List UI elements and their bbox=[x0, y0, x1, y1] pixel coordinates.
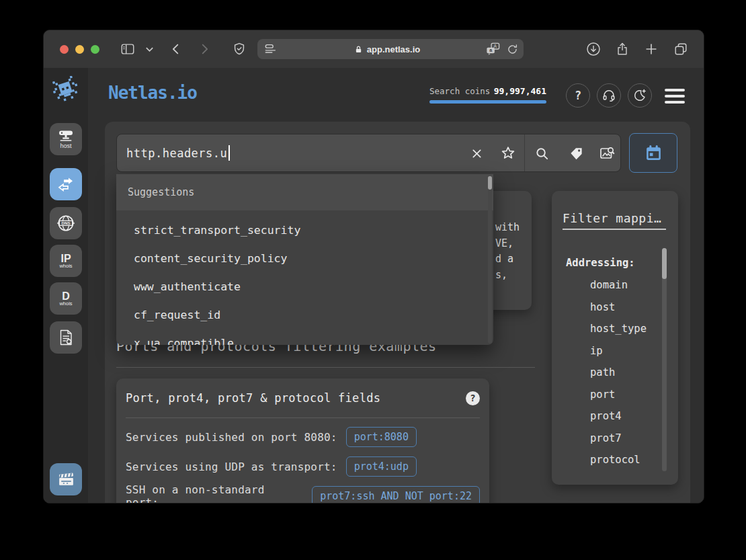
hamburger-menu-button[interactable] bbox=[665, 89, 685, 104]
save-query-star-button[interactable] bbox=[497, 142, 520, 165]
sidebar-toggle-icon[interactable] bbox=[120, 42, 135, 56]
tag-search-button[interactable] bbox=[565, 142, 587, 165]
section-divider bbox=[116, 367, 535, 368]
search-box: http.headers.u bbox=[116, 134, 621, 172]
netlas-spider-logo-icon[interactable] bbox=[51, 76, 81, 106]
browser-toolbar: app.netlas.io A a bbox=[44, 30, 704, 69]
suggestions-dropdown: Suggestions strict_transport_security co… bbox=[116, 174, 493, 345]
query-chip[interactable]: prot4:udp bbox=[346, 456, 417, 477]
panel-scrollbar-thumb[interactable] bbox=[662, 248, 667, 279]
back-button-icon[interactable] bbox=[169, 42, 183, 56]
moon-sparkle-icon bbox=[632, 88, 647, 103]
query-chip[interactable]: port:8080 bbox=[346, 427, 417, 447]
privacy-shield-icon[interactable] bbox=[232, 42, 247, 56]
help-button[interactable]: ? bbox=[566, 83, 590, 108]
suggestion-item[interactable]: www_authenticate bbox=[116, 272, 493, 301]
examples-card-title: Port, prot4, prot7 & protocol fields bbox=[126, 391, 380, 405]
sidebar-host-label: host bbox=[60, 143, 71, 149]
filter-field-item[interactable]: ip bbox=[590, 340, 647, 362]
sidebar-item-host[interactable]: host bbox=[50, 123, 82, 155]
filter-field-item[interactable]: path bbox=[590, 362, 647, 384]
filter-field-item[interactable]: domain bbox=[590, 274, 647, 296]
close-window-button[interactable] bbox=[60, 45, 69, 54]
clear-search-button[interactable] bbox=[465, 142, 488, 165]
filter-mapping-panel: Filter mappi… Addressing: domain host ho… bbox=[552, 191, 678, 485]
searchbox-divider bbox=[524, 134, 525, 171]
example-label: Services using UDP as transport: bbox=[126, 461, 337, 473]
panel-scrollbar-track[interactable] bbox=[662, 248, 667, 471]
example-label: SSH on a non-standard port: bbox=[126, 483, 303, 504]
page-settings-icon[interactable] bbox=[264, 42, 278, 56]
filter-field-item[interactable]: protocol bbox=[590, 449, 647, 471]
clapperboard-icon bbox=[57, 471, 75, 489]
port-protocol-examples-card: Port, prot4, prot7 & protocol fields ? S… bbox=[116, 378, 489, 504]
occluded-text-fragments: withVE,d as, bbox=[495, 220, 520, 283]
minimize-window-button[interactable] bbox=[75, 45, 84, 54]
translate-icon[interactable]: A a bbox=[485, 42, 501, 57]
suggestions-list: strict_transport_security content_securi… bbox=[116, 210, 493, 345]
filter-field-item[interactable]: prot7 bbox=[590, 428, 647, 450]
share-icon[interactable] bbox=[615, 42, 630, 56]
search-coins-label: Search coins bbox=[429, 86, 490, 96]
sidebar-item-certificates[interactable] bbox=[50, 321, 82, 354]
chevron-down-icon[interactable] bbox=[144, 44, 159, 59]
filter-field-item[interactable]: host_type bbox=[590, 318, 647, 340]
suggestion-item[interactable]: cf_request_id bbox=[116, 301, 493, 329]
domain-whois-sublabel: whois bbox=[59, 301, 72, 307]
main-content: http.headers.u bbox=[105, 122, 690, 503]
search-button[interactable] bbox=[530, 142, 553, 165]
svg-text:A: A bbox=[494, 44, 497, 48]
filter-field-item[interactable]: prot4 bbox=[590, 405, 647, 428]
card-divider bbox=[126, 417, 480, 418]
search-coins-widget: Search coins 99,997,461 bbox=[429, 86, 546, 104]
sidebar-item-ip-whois[interactable]: IP whois bbox=[50, 245, 82, 277]
text-caret bbox=[229, 145, 230, 161]
filter-panel-underline bbox=[563, 229, 666, 230]
suggestion-item[interactable]: x_ua_compatible bbox=[116, 329, 493, 345]
search-coins-value: 99,997,461 bbox=[494, 86, 546, 96]
sidebar-item-dns[interactable]: DNS bbox=[50, 207, 82, 239]
support-button[interactable] bbox=[597, 83, 621, 108]
ip-whois-label: IP bbox=[60, 253, 71, 264]
new-tab-icon[interactable] bbox=[644, 42, 659, 56]
headset-icon bbox=[602, 88, 616, 103]
suggestion-item[interactable]: content_security_policy bbox=[116, 244, 493, 272]
filter-field-item[interactable]: host bbox=[590, 296, 647, 319]
sidebar-item-domain-whois[interactable]: D whois bbox=[50, 282, 82, 315]
host-icon bbox=[57, 130, 75, 142]
url-text: app.netlas.io bbox=[367, 44, 420, 54]
search-query-text: http.headers.u bbox=[126, 147, 227, 160]
history-calendar-button[interactable] bbox=[629, 133, 677, 173]
forward-button-icon[interactable] bbox=[197, 42, 212, 56]
zoom-window-button[interactable] bbox=[91, 45, 99, 54]
lock-icon bbox=[354, 45, 363, 54]
question-mark-icon: ? bbox=[575, 89, 581, 102]
search-coins-progressbar bbox=[429, 100, 546, 104]
app-title[interactable]: Netlas.io bbox=[108, 83, 197, 103]
sidebar-item-responses-active[interactable] bbox=[50, 168, 82, 200]
suggestion-item[interactable]: strict_transport_security bbox=[116, 216, 493, 244]
filter-group-label: Addressing: bbox=[566, 257, 635, 269]
filter-field-list: domain host host_type ip path port prot4… bbox=[590, 274, 647, 471]
suggestions-header: Suggestions bbox=[116, 174, 493, 210]
netlas-page: host DN bbox=[44, 68, 704, 503]
query-chip[interactable]: prot7:ssh AND NOT port:22 bbox=[312, 486, 480, 504]
card-help-icon[interactable]: ? bbox=[466, 391, 480, 405]
reload-icon[interactable] bbox=[507, 44, 518, 55]
sidebar-item-datasets[interactable] bbox=[50, 463, 82, 495]
search-input[interactable]: http.headers.u bbox=[126, 134, 230, 171]
tab-overview-icon[interactable] bbox=[673, 42, 688, 56]
image-search-button[interactable] bbox=[595, 142, 618, 165]
url-bar[interactable]: app.netlas.io A a bbox=[257, 39, 524, 59]
filter-field-item[interactable]: port bbox=[590, 384, 647, 406]
theme-toggle-button[interactable] bbox=[628, 83, 652, 108]
dns-globe-icon: DNS bbox=[56, 213, 76, 233]
dropdown-scrollbar-track[interactable] bbox=[488, 175, 492, 344]
certificate-document-icon bbox=[57, 329, 75, 346]
downloads-icon[interactable] bbox=[586, 42, 601, 56]
browser-window: app.netlas.io A a bbox=[43, 30, 704, 504]
example-row: SSH on a non-standard port: prot7:ssh AN… bbox=[126, 481, 480, 504]
example-label: Services published on port 8080: bbox=[126, 431, 337, 444]
transfer-arrows-icon bbox=[57, 175, 75, 193]
dropdown-scrollbar-thumb[interactable] bbox=[488, 176, 492, 190]
